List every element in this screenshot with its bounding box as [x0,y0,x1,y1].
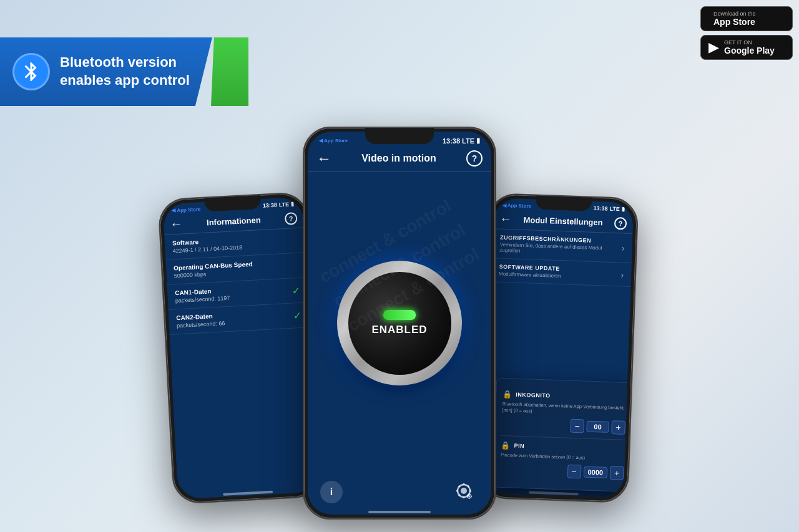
phone-left-nav-title: Informationen [207,215,261,228]
pin-decrement-button[interactable]: − [567,465,581,479]
inkognito-pin-popup: 🔒 INKOGNITO Bluetooth abschalten, wenn k… [493,377,634,492]
module-row-text: ZUGRIFFSBESCHRÄNKUNGEN Verhindern Sie, d… [499,235,622,258]
svg-line-8 [468,486,469,487]
google-play-small-text: GET IT ON [724,39,775,46]
inkognito-decrement-button[interactable]: − [570,419,584,433]
chevron-right-icon: › [622,243,625,253]
phone-right-appstore-link: ◀ App Store [502,202,531,209]
video-in-motion-knob-area: ENABLED [308,172,491,475]
pin-desc: Pincode zum Verbinden setzen (0 = aus) [501,452,624,463]
phone-right-nav-title: Modul Einstellungen [523,215,603,227]
inkognito-value: 00 [586,421,609,433]
module-row[interactable]: ZUGRIFFSBESCHRÄNKUNGEN Verhindern Sie, d… [492,229,633,263]
inkognito-increment-button[interactable]: + [611,420,625,435]
phone-center-nav-title: Video in motion [361,153,436,164]
phone-right-screen: ◀ App Store 13:38 LTE ▮ ← Modul Einstell… [484,198,634,498]
phone-left-help-button[interactable]: ? [285,211,298,225]
pin-value: 0000 [583,467,607,478]
phone-right-back-button[interactable]: ← [499,212,512,227]
module-row-desc: Modulfirmware aktualisieren [499,271,561,279]
phone-center-screen: ◀ App Store 13:38 LTE ▮ ← Video in motio… [308,132,491,515]
svg-line-9 [459,495,460,496]
google-play-icon: ▶ [708,39,719,56]
info-button[interactable]: i [320,481,343,503]
svg-point-1 [461,488,467,494]
banner-green-accent [211,37,248,106]
pin-increment-button[interactable]: + [610,466,624,480]
phone-center-help-button[interactable]: ? [466,150,483,167]
phone-center: ◀ App Store 13:38 LTE ▮ ← Video in motio… [303,127,496,520]
svg-point-11 [468,495,470,497]
phone-left-battery: ▮ [291,201,295,207]
phone-right-time: 13:38 [593,205,607,212]
phone-right-network: LTE [609,206,620,213]
phone-center-notch [365,128,434,144]
phone-right-help-button[interactable]: ? [614,216,627,230]
inkognito-stepper: − 00 + [570,419,625,435]
chevron-right-icon: › [620,269,624,279]
pin-stepper: − 0000 + [567,465,624,480]
phone-right-module-list: ZUGRIFFSBESCHRÄNKUNGEN Verhindern Sie, d… [491,229,633,287]
phone-center-bottom-bar: i [308,475,491,515]
check-icon: ✓ [293,309,301,322]
inkognito-desc: Bluetooth abschalten, wenn keine App-Ver… [502,401,626,417]
svg-line-6 [459,486,460,487]
phone-center-appstore-link: ◀ App Store [319,138,348,143]
phone-left-info-list: Software 42249-1 / 2.11 / 04-10-2018 Ope… [164,228,309,335]
phone-left-time: 13:38 [262,202,277,209]
phone-left: ◀ App Store 13:38 LTE ▮ ← Informationen … [157,191,323,505]
app-store-large-text: App Store [713,17,756,27]
pin-title: PIN [514,443,524,450]
phone-center-battery: ▮ [476,137,480,145]
phone-center-nav: ← Video in motion ? [308,146,491,172]
phone-center-home-indicator [368,511,431,513]
bluetooth-icon [12,53,50,90]
knob-label: ENABLED [371,324,427,336]
knob-inner: ENABLED [348,272,451,375]
knob-status-indicator [383,310,416,320]
promo-banner: Bluetooth version enables app control [0,37,248,106]
module-row[interactable]: SOFTWARE UPDATE Modulfirmware aktualisie… [491,258,632,287]
phone-right-notch [536,196,592,211]
inkognito-icon: 🔒 [502,390,512,399]
check-icon: ✓ [292,284,300,297]
phone-right: ◀ App Store 13:38 LTE ▮ ← Modul Einstell… [479,193,639,503]
phone-center-network: LTE [462,137,474,145]
phone-center-back-button[interactable]: ← [316,150,331,167]
inkognito-row: 🔒 INKOGNITO Bluetooth abschalten, wenn k… [501,385,627,440]
phone-left-screen: ◀ App Store 13:38 LTE ▮ ← Informationen … [163,196,318,499]
phone-right-battery: ▮ [622,206,625,212]
app-store-button[interactable]: Download on the App Store [700,6,793,31]
phone-left-network: LTE [278,201,289,208]
google-play-large-text: Google Play [724,46,775,56]
app-store-small-text: Download on the [713,11,756,17]
inkognito-title: INKOGNITO [516,391,551,399]
module-row-title: SOFTWARE UPDATE [499,264,561,272]
phones-container: ◀ App Store 13:38 LTE ▮ ← Informationen … [31,83,768,520]
google-play-button[interactable]: ▶ GET IT ON Google Play [700,35,793,60]
banner-text: Bluetooth version enables app control [60,54,190,89]
pin-icon: 🔒 [501,441,510,450]
phone-center-time: 13:38 [443,137,460,145]
settings-button[interactable] [448,480,479,505]
pin-row: 🔒 PIN Pincode zum Verbinden setzen (0 = … [500,436,625,485]
module-row-text: SOFTWARE UPDATE Modulfirmware aktualisie… [499,264,561,279]
phone-left-appstore-link: ◀ App Store [172,206,201,213]
knob-outer-ring[interactable]: ENABLED [337,261,462,385]
phone-left-back-button[interactable]: ← [170,217,183,232]
store-buttons-container: Download on the App Store ▶ GET IT ON Go… [700,6,793,60]
